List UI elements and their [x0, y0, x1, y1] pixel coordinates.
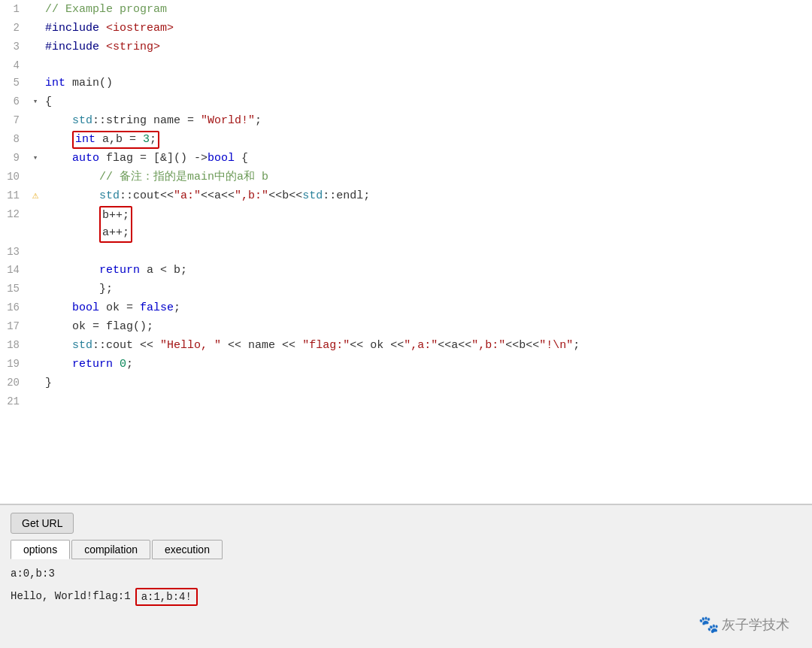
table-row: 21 [0, 392, 812, 410]
code-line: return 0; [42, 355, 812, 374]
code-editor: 1 // Example program 2 #include <iostrea… [0, 0, 812, 505]
gutter [29, 0, 42, 19]
tab-compilation[interactable]: compilation [71, 540, 150, 559]
table-row: 3 #include <string> [0, 38, 812, 56]
table-row: 1 // Example program [0, 0, 812, 19]
line-number: 6 [0, 92, 29, 111]
line-number: 7 [0, 111, 29, 130]
gutter [29, 19, 42, 38]
code-line: #include <string> [42, 38, 812, 56]
code-line: ok = flag(); [42, 317, 812, 336]
line-number: 13 [0, 243, 29, 260]
bottom-panel: Get URL options compilation execution a:… [0, 505, 812, 648]
output-line2: Hello, World!flag:1 a:1,b:4! [11, 588, 198, 606]
table-row: 19 return 0; [0, 355, 812, 374]
gutter: ▾ [29, 149, 42, 168]
gutter [29, 168, 42, 186]
code-line: auto flag = [&]() ->bool { [42, 149, 812, 168]
code-line [42, 56, 812, 74]
line-number: 14 [0, 261, 29, 280]
watermark-icon: 🐾 [698, 615, 719, 634]
line-number: 3 [0, 38, 29, 56]
table-row: 9 ▾ auto flag = [&]() ->bool { [0, 149, 812, 168]
line-number: 5 [0, 74, 29, 92]
table-row: 8 int a,b = 3; [0, 130, 812, 149]
line-number: 4 [0, 56, 29, 74]
table-row: 17 ok = flag(); [0, 317, 812, 336]
gutter [29, 130, 42, 149]
gutter [29, 111, 42, 130]
code-line: int main() [42, 74, 812, 92]
gutter: ⚠ [29, 186, 42, 205]
tab-options[interactable]: options [11, 540, 70, 559]
table-row: 5 int main() [0, 74, 812, 92]
gutter [29, 38, 42, 56]
line-number: 1 [0, 0, 29, 19]
line-number: 10 [0, 168, 29, 186]
line-number: 15 [0, 280, 29, 298]
get-url-button[interactable]: Get URL [11, 513, 74, 534]
gutter [29, 392, 42, 410]
table-row: 13 [0, 243, 812, 260]
code-line [42, 243, 812, 260]
code-line: return a < b; [42, 261, 812, 280]
code-line [42, 392, 812, 410]
gutter [29, 374, 42, 392]
line-number: 8 [0, 130, 29, 149]
gutter [29, 298, 42, 317]
line-number: 12 [0, 205, 29, 243]
table-row: 11 ⚠ std::cout<<"a:"<<a<<",b:"<<b<<std::… [0, 186, 812, 205]
gutter [29, 243, 42, 260]
code-line: bool ok = false; [42, 298, 812, 317]
gutter: ▾ [29, 92, 42, 111]
code-line: int a,b = 3; [42, 130, 812, 149]
output-area: a:0,b:3 Hello, World!flag:1 a:1,b:4! [11, 565, 801, 606]
line-number: 2 [0, 19, 29, 38]
code-line: std::cout << "Hello, " << name << "flag:… [42, 336, 812, 355]
table-row: 14 return a < b; [0, 261, 812, 280]
code-line: #include <iostream> [42, 19, 812, 38]
watermark: 🐾 灰子学技术 [698, 615, 789, 634]
line-number: 20 [0, 374, 29, 392]
table-row: 12 b++;a++; [0, 205, 812, 243]
gutter [29, 336, 42, 355]
table-row: 10 // 备注：指的是main中的a和 b [0, 168, 812, 186]
tab-execution[interactable]: execution [152, 540, 223, 559]
line-number: 21 [0, 392, 29, 410]
code-line: { [42, 92, 812, 111]
table-row: 16 bool ok = false; [0, 298, 812, 317]
line-number: 11 [0, 186, 29, 205]
gutter [29, 74, 42, 92]
gutter [29, 317, 42, 336]
code-line: } [42, 374, 812, 392]
line-number: 17 [0, 317, 29, 336]
table-row: 7 std::string name = "World!"; [0, 111, 812, 130]
gutter [29, 56, 42, 74]
line-number: 19 [0, 355, 29, 374]
gutter [29, 280, 42, 298]
watermark-text: 灰子学技术 [722, 616, 789, 634]
table-row: 15 }; [0, 280, 812, 298]
line-number: 9 [0, 149, 29, 168]
output-line1: a:0,b:3 [11, 565, 801, 583]
output-highlighted: a:1,b:4! [135, 588, 198, 606]
line-number: 18 [0, 336, 29, 355]
code-line: std::string name = "World!"; [42, 111, 812, 130]
code-line: // 备注：指的是main中的a和 b [42, 168, 812, 186]
tabs-row: options compilation execution [11, 540, 801, 559]
table-row: 4 [0, 56, 812, 74]
table-row: 2 #include <iostream> [0, 19, 812, 38]
table-row: 20 } [0, 374, 812, 392]
gutter [29, 261, 42, 280]
code-line: std::cout<<"a:"<<a<<",b:"<<b<<std::endl; [42, 186, 812, 205]
table-row: 6 ▾ { [0, 92, 812, 111]
output-prefix: Hello, World!flag:1 [11, 588, 131, 606]
line-number: 16 [0, 298, 29, 317]
table-row: 18 std::cout << "Hello, " << name << "fl… [0, 336, 812, 355]
code-line: b++;a++; [42, 205, 812, 243]
code-line: // Example program [42, 0, 812, 19]
code-line: }; [42, 280, 812, 298]
gutter [29, 355, 42, 374]
gutter [29, 205, 42, 243]
